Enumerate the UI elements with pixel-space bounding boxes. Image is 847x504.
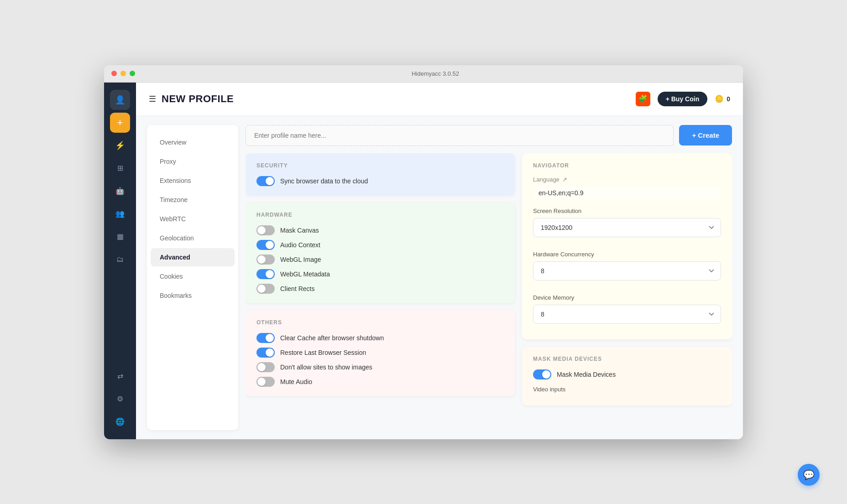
settings-icon: ⚙ bbox=[117, 395, 123, 403]
coin-icon: 🪙 bbox=[715, 94, 724, 103]
audio-context-row: Audio Context bbox=[256, 240, 504, 250]
add-icon: + bbox=[117, 117, 123, 129]
webgl-image-toggle[interactable] bbox=[256, 255, 275, 265]
app-body: 👤 + ⚡ ⊞ 🤖 👥 ▦ 🗂 bbox=[104, 83, 743, 439]
mute-audio-label: Mute Audio bbox=[280, 378, 312, 385]
bolt-icon: ⚡ bbox=[115, 140, 125, 151]
fullscreen-button[interactable] bbox=[130, 71, 135, 76]
mask-devices-row: Mask Media Devices bbox=[533, 369, 721, 379]
extension-icon[interactable]: 🧩 bbox=[636, 92, 650, 106]
window-title: Hidemyacc 3.0.52 bbox=[135, 70, 736, 77]
panels-row: SECURITY Sync browser data to the cloud … bbox=[246, 153, 732, 430]
user-icon: 👤 bbox=[115, 95, 125, 105]
client-rects-row: Client Rects bbox=[256, 284, 504, 294]
sidebar-item-archive[interactable]: 🗂 bbox=[110, 249, 130, 270]
profile-input-row: + Create bbox=[246, 125, 732, 146]
nav-item-webrtc[interactable]: WebRTC bbox=[151, 210, 235, 228]
sync-label: Sync browser data to the cloud bbox=[280, 177, 368, 185]
sidebar-item-add[interactable]: + bbox=[110, 113, 130, 133]
audio-context-toggle[interactable] bbox=[256, 240, 275, 250]
restore-session-label: Restore Last Browser Session bbox=[280, 349, 366, 356]
create-button[interactable]: + Create bbox=[679, 125, 732, 145]
right-panels: NAVIGATOR Language ↗ en-US,en;q=0.9 bbox=[522, 153, 732, 430]
left-panels: SECURITY Sync browser data to the cloud … bbox=[246, 153, 515, 430]
sidebar-item-settings[interactable]: ⚙ bbox=[110, 389, 130, 409]
nav-item-extensions[interactable]: Extensions bbox=[151, 171, 235, 190]
device-memory-select[interactable]: 1 2 4 8 bbox=[533, 305, 721, 324]
others-section: OTHERS Clear Cache after browser shutdow… bbox=[246, 310, 515, 396]
video-inputs-label: Video inputs bbox=[533, 386, 721, 393]
mask-devices-label: Mask Media Devices bbox=[557, 371, 616, 378]
language-group: Language ↗ en-US,en;q=0.9 bbox=[533, 176, 721, 200]
bot-icon: 🤖 bbox=[115, 187, 125, 195]
archive-icon: 🗂 bbox=[116, 255, 124, 264]
icon-sidebar: 👤 + ⚡ ⊞ 🤖 👥 ▦ 🗂 bbox=[104, 83, 136, 439]
mute-audio-row: Mute Audio bbox=[256, 377, 504, 387]
restore-session-row: Restore Last Browser Session bbox=[256, 348, 504, 358]
mask-canvas-toggle[interactable] bbox=[256, 225, 275, 235]
top-header: ☰ NEW PROFILE 🧩 + Buy Coin 🪙 0 bbox=[136, 83, 743, 116]
profile-name-input[interactable] bbox=[246, 125, 674, 146]
mask-media-title: MASK MEDIA DEVICES bbox=[533, 356, 721, 362]
nav-item-timezone[interactable]: Timezone bbox=[151, 191, 235, 209]
nav-item-overview[interactable]: Overview bbox=[151, 133, 235, 151]
sidebar-item-team[interactable]: 👥 bbox=[110, 204, 130, 224]
nav-item-proxy[interactable]: Proxy bbox=[151, 152, 235, 171]
audio-context-label: Audio Context bbox=[280, 241, 320, 249]
navigator-title: NAVIGATOR bbox=[533, 162, 721, 169]
clear-cache-row: Clear Cache after browser shutdown bbox=[256, 333, 504, 343]
client-rects-label: Client Rects bbox=[280, 285, 314, 292]
mask-media-section: MASK MEDIA DEVICES Mask Media Devices Vi… bbox=[522, 347, 732, 405]
table-icon: ▦ bbox=[117, 232, 124, 241]
minimize-button[interactable] bbox=[120, 71, 126, 76]
client-rects-toggle[interactable] bbox=[256, 284, 275, 294]
sidebar-item-bot[interactable]: 🤖 bbox=[110, 181, 130, 201]
nav-item-cookies[interactable]: Cookies bbox=[151, 267, 235, 286]
menu-button[interactable]: ☰ bbox=[149, 94, 156, 104]
webgl-metadata-toggle[interactable] bbox=[256, 269, 275, 279]
sidebar-item-table[interactable]: ▦ bbox=[110, 227, 130, 247]
language-label: Language ↗ bbox=[533, 176, 721, 183]
buy-coin-label: + Buy Coin bbox=[666, 95, 700, 103]
sidebar-item-bolt[interactable]: ⚡ bbox=[110, 135, 130, 156]
screen-resolution-select[interactable]: 1920x1200 1920x1080 2560x1440 1280x800 bbox=[533, 218, 721, 237]
close-button[interactable] bbox=[111, 71, 117, 76]
sidebar-item-grid[interactable]: ⊞ bbox=[110, 158, 130, 178]
dont-allow-images-toggle[interactable] bbox=[256, 362, 275, 372]
dont-allow-images-label: Don't allow sites to show images bbox=[280, 364, 372, 371]
hardware-section: HARDWARE Mask Canvas Audio Context bbox=[246, 203, 515, 303]
sync-toggle-row: Sync browser data to the cloud bbox=[256, 176, 504, 186]
webgl-image-label: WebGL Image bbox=[280, 256, 321, 263]
puzzle-icon: 🧩 bbox=[638, 94, 648, 103]
app-window: Hidemyacc 3.0.52 👤 + ⚡ ⊞ 🤖 👥 ▦ bbox=[104, 65, 743, 439]
main-content: ☰ NEW PROFILE 🧩 + Buy Coin 🪙 0 bbox=[136, 83, 743, 439]
webgl-image-row: WebGL Image bbox=[256, 255, 504, 265]
sidebar-item-sync[interactable]: ⇄ bbox=[110, 366, 130, 386]
mask-devices-toggle[interactable] bbox=[533, 369, 551, 379]
external-link-icon[interactable]: ↗ bbox=[562, 176, 567, 183]
sidebar-item-user[interactable]: 👤 bbox=[110, 90, 130, 110]
others-title: OTHERS bbox=[256, 319, 504, 326]
buy-coin-button[interactable]: + Buy Coin bbox=[658, 92, 708, 106]
sync-toggle[interactable] bbox=[256, 176, 275, 186]
main-panel: + Create SECURITY Sync brow bbox=[246, 125, 732, 430]
mask-canvas-label: Mask Canvas bbox=[280, 227, 319, 234]
screen-resolution-group: Screen Resolution 1920x1200 1920x1080 25… bbox=[533, 208, 721, 244]
hardware-concurrency-select[interactable]: 2 4 6 8 16 bbox=[533, 261, 721, 281]
nav-item-bookmarks[interactable]: Bookmarks bbox=[151, 286, 235, 305]
hardware-concurrency-label: Hardware Concurrency bbox=[533, 251, 721, 258]
nav-item-geolocation[interactable]: Geolocation bbox=[151, 229, 235, 247]
clear-cache-toggle[interactable] bbox=[256, 333, 275, 343]
nav-item-advanced[interactable]: Advanced bbox=[151, 248, 235, 266]
mute-audio-toggle[interactable] bbox=[256, 377, 275, 387]
grid-icon: ⊞ bbox=[117, 164, 123, 172]
webgl-metadata-row: WebGL Metadata bbox=[256, 269, 504, 279]
page-title: NEW PROFILE bbox=[162, 93, 234, 105]
content-area: Overview Proxy Extensions Timezone WebRT… bbox=[136, 116, 743, 439]
chat-button[interactable]: 💬 bbox=[798, 464, 820, 486]
mask-canvas-row: Mask Canvas bbox=[256, 225, 504, 235]
restore-session-toggle[interactable] bbox=[256, 348, 275, 358]
security-title: SECURITY bbox=[256, 162, 504, 169]
clear-cache-label: Clear Cache after browser shutdown bbox=[280, 334, 384, 342]
sidebar-item-global[interactable]: 🌐 bbox=[110, 412, 130, 432]
